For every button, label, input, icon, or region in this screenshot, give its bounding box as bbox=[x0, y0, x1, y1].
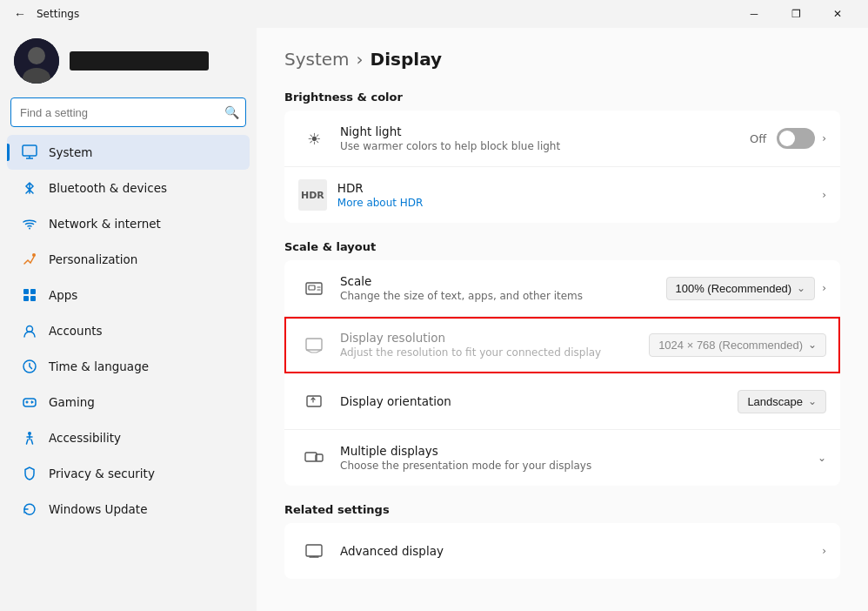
sidebar-item-time[interactable]: Time & language bbox=[7, 349, 250, 384]
svg-rect-9 bbox=[30, 289, 36, 294]
night-light-control: Off › bbox=[750, 128, 826, 149]
minimize-button[interactable]: ─ bbox=[734, 0, 774, 28]
close-button[interactable]: ✕ bbox=[818, 0, 858, 28]
orientation-icon bbox=[298, 386, 330, 417]
night-light-icon: ☀️ bbox=[298, 123, 330, 154]
night-light-toggle[interactable] bbox=[777, 128, 815, 149]
personalization-label: Personalization bbox=[49, 252, 137, 266]
orientation-label: Display orientation bbox=[340, 394, 738, 408]
resolution-icon bbox=[298, 329, 330, 360]
display-resolution-row[interactable]: Display resolution Adjust the resolution… bbox=[284, 317, 840, 373]
section-title-related: Related settings bbox=[284, 503, 840, 516]
accounts-icon bbox=[21, 322, 38, 339]
update-label: Windows Update bbox=[49, 502, 147, 516]
sidebar-item-update[interactable]: Windows Update bbox=[7, 492, 250, 527]
svg-rect-17 bbox=[309, 285, 315, 290]
hdr-control: › bbox=[822, 189, 826, 201]
sidebar-item-apps[interactable]: Apps bbox=[7, 278, 250, 312]
orientation-dropdown[interactable]: Landscape ⌄ bbox=[738, 390, 826, 413]
privacy-icon bbox=[21, 465, 38, 482]
titlebar-left: ← Settings bbox=[10, 5, 79, 23]
titlebar: ← Settings ─ ❐ ✕ bbox=[0, 0, 868, 28]
multiple-displays-desc: Choose the presentation mode for your di… bbox=[340, 460, 818, 472]
multiple-displays-text: Multiple displays Choose the presentatio… bbox=[340, 444, 818, 472]
related-settings-card: Advanced display › bbox=[284, 523, 840, 579]
section-title-brightness: Brightness & color bbox=[284, 91, 840, 104]
orientation-value: Landscape bbox=[747, 395, 803, 408]
avatar bbox=[14, 38, 59, 84]
orientation-dropdown-chevron: ⌄ bbox=[808, 395, 817, 407]
maximize-button[interactable]: ❐ bbox=[776, 0, 816, 28]
accounts-label: Accounts bbox=[49, 324, 103, 338]
accessibility-icon bbox=[21, 429, 38, 446]
svg-rect-3 bbox=[23, 145, 37, 156]
app-title: Settings bbox=[37, 8, 79, 20]
svg-rect-27 bbox=[306, 545, 322, 556]
svg-rect-24 bbox=[307, 396, 321, 406]
accessibility-label: Accessibility bbox=[49, 431, 121, 445]
night-light-chevron: › bbox=[822, 132, 826, 144]
night-light-desc: Use warmer colors to help block blue lig… bbox=[340, 140, 750, 152]
gaming-icon bbox=[21, 393, 38, 411]
personalization-icon bbox=[21, 251, 38, 268]
night-light-label: Night light bbox=[340, 124, 750, 138]
page-header: System › Display bbox=[284, 49, 840, 70]
breadcrumb-arrow: › bbox=[357, 49, 364, 70]
hdr-desc: More about HDR bbox=[337, 197, 822, 209]
scale-dropdown[interactable]: 100% (Recommended) ⌄ bbox=[666, 277, 816, 300]
advanced-display-chevron: › bbox=[822, 545, 826, 557]
sidebar-item-gaming[interactable]: Gaming bbox=[7, 385, 250, 420]
privacy-label: Privacy & security bbox=[49, 467, 155, 480]
night-light-text: Night light Use warmer colors to help bl… bbox=[340, 124, 750, 152]
search-input[interactable] bbox=[10, 97, 246, 127]
svg-point-1 bbox=[28, 47, 45, 64]
hdr-label: HDR bbox=[337, 181, 822, 195]
advanced-display-icon bbox=[298, 535, 330, 567]
sidebar-item-accessibility[interactable]: Accessibility bbox=[7, 420, 250, 455]
svg-rect-25 bbox=[305, 453, 317, 461]
sidebar-item-system[interactable]: System bbox=[7, 135, 250, 170]
svg-rect-14 bbox=[23, 399, 36, 406]
scale-desc: Change the size of text, apps, and other… bbox=[340, 290, 666, 302]
resolution-label: Display resolution bbox=[340, 331, 649, 345]
advanced-display-control: › bbox=[822, 545, 826, 557]
hdr-row[interactable]: HDR HDR More about HDR › bbox=[284, 167, 840, 223]
sidebar-item-network[interactable]: Network & internet bbox=[7, 206, 250, 241]
night-light-row[interactable]: ☀️ Night light Use warmer colors to help… bbox=[284, 111, 840, 167]
search-box: 🔍 bbox=[10, 97, 246, 127]
search-icon-button[interactable]: 🔍 bbox=[224, 105, 239, 119]
system-label: System bbox=[49, 145, 92, 159]
advanced-display-row[interactable]: Advanced display › bbox=[284, 523, 840, 579]
sidebar-item-bluetooth[interactable]: Bluetooth & devices bbox=[7, 171, 250, 205]
user-name bbox=[70, 51, 209, 70]
apps-label: Apps bbox=[49, 288, 77, 302]
nav-list: System Bluetooth & devices bbox=[0, 134, 257, 527]
svg-point-6 bbox=[29, 228, 30, 230]
multiple-displays-expand: ⌄ bbox=[818, 452, 826, 464]
breadcrumb-current: Display bbox=[371, 49, 442, 70]
update-icon bbox=[21, 500, 38, 518]
display-orientation-row[interactable]: Display orientation Landscape ⌄ bbox=[284, 373, 840, 430]
sidebar: 🔍 System Bluetooth bbox=[0, 28, 257, 611]
hdr-icon: HDR bbox=[298, 179, 327, 211]
sidebar-item-privacy[interactable]: Privacy & security bbox=[7, 456, 250, 491]
scale-label: Scale bbox=[340, 274, 666, 288]
scale-text: Scale Change the size of text, apps, and… bbox=[340, 274, 666, 302]
apps-icon bbox=[21, 286, 38, 304]
gaming-label: Gaming bbox=[49, 395, 95, 409]
sidebar-item-personalization[interactable]: Personalization bbox=[7, 242, 250, 277]
avatar-image bbox=[14, 38, 59, 84]
back-button[interactable]: ← bbox=[10, 5, 30, 23]
app-body: 🔍 System Bluetooth bbox=[0, 28, 868, 611]
toggle-off-label: Off bbox=[750, 132, 766, 145]
scale-row[interactable]: Scale Change the size of text, apps, and… bbox=[284, 260, 840, 317]
svg-rect-11 bbox=[30, 296, 36, 301]
resolution-dropdown[interactable]: 1024 × 768 (Recommended) ⌄ bbox=[649, 333, 826, 357]
sidebar-item-accounts[interactable]: Accounts bbox=[7, 313, 250, 348]
orientation-control: Landscape ⌄ bbox=[738, 390, 826, 413]
time-label: Time & language bbox=[49, 359, 149, 373]
multiple-displays-control: ⌄ bbox=[818, 452, 826, 464]
scale-control: 100% (Recommended) ⌄ › bbox=[666, 277, 827, 300]
multiple-displays-row[interactable]: Multiple displays Choose the presentatio… bbox=[284, 430, 840, 486]
resolution-value: 1024 × 768 (Recommended) bbox=[658, 339, 803, 352]
